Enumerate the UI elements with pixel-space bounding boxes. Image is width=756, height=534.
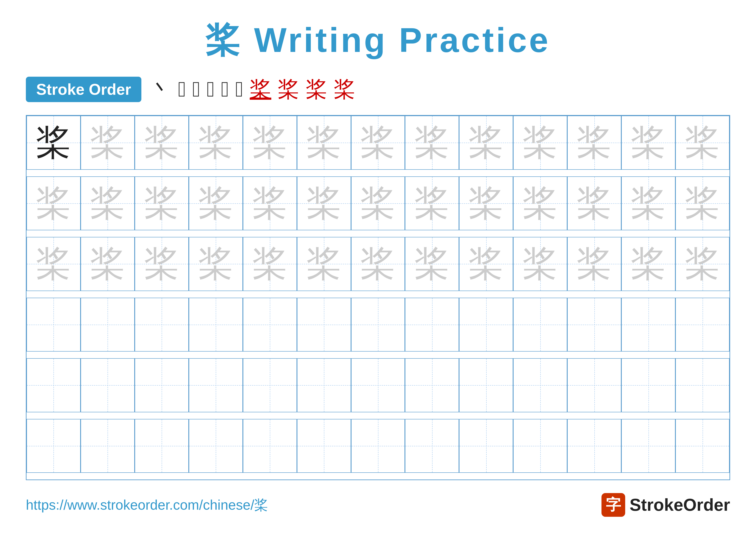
stroke-order-badge: Stroke Order (26, 77, 141, 102)
grid-cell[interactable] (189, 298, 243, 352)
grid-cell[interactable] (405, 358, 459, 412)
grid-cell[interactable]: 桨 (27, 116, 81, 170)
grid-cell[interactable]: 桨 (297, 237, 351, 291)
title-char: 桨 (205, 21, 242, 59)
grid-cell[interactable] (81, 358, 135, 412)
grid-cell[interactable]: 桨 (243, 116, 297, 170)
grid-cell[interactable]: 桨 (27, 176, 81, 231)
stroke-step-3: 𠃌 (192, 79, 201, 100)
grid-cell[interactable] (675, 419, 729, 473)
grid-cell[interactable] (621, 358, 675, 412)
grid-cell[interactable]: 桨 (243, 176, 297, 231)
grid-cell[interactable]: 桨 (621, 116, 675, 170)
grid-cell[interactable]: 桨 (621, 237, 675, 291)
grid-cell[interactable] (405, 298, 459, 352)
grid-cell[interactable]: 桨 (567, 176, 621, 231)
grid-cell[interactable]: 桨 (81, 176, 135, 231)
stroke-step-10: 桨 (334, 79, 355, 100)
grid-cell[interactable] (81, 298, 135, 352)
grid-cell[interactable]: 桨 (135, 116, 189, 170)
grid-cell[interactable]: 桨 (621, 176, 675, 231)
grid-cell[interactable] (243, 358, 297, 412)
grid-cell[interactable] (621, 298, 675, 352)
grid-cell[interactable]: 桨 (189, 237, 243, 291)
stroke-step-4: 𠄌 (207, 79, 215, 100)
grid-cell[interactable]: 桨 (567, 237, 621, 291)
grid-cell[interactable] (675, 358, 729, 412)
grid-cell[interactable] (27, 419, 81, 473)
grid-cell[interactable]: 桨 (513, 176, 567, 231)
stroke-step-2: 𠃋 (178, 79, 186, 100)
grid-cell[interactable] (459, 419, 513, 473)
grid-cell[interactable] (189, 358, 243, 412)
logo-text: StrokeOrder (630, 495, 730, 515)
grid-cell[interactable]: 桨 (675, 116, 729, 170)
grid-cell[interactable] (135, 419, 189, 473)
grid-cell[interactable]: 桨 (297, 116, 351, 170)
grid-cell[interactable] (135, 298, 189, 352)
footer-logo: 字 StrokeOrder (602, 493, 730, 517)
grid-cell[interactable]: 桨 (135, 176, 189, 231)
grid-cell[interactable]: 桨 (243, 237, 297, 291)
grid-cell[interactable]: 桨 (297, 176, 351, 231)
grid-cell[interactable]: 桨 (567, 116, 621, 170)
grid-cell[interactable] (297, 419, 351, 473)
title-suffix: Writing Practice (242, 21, 551, 59)
stroke-order-row: Stroke Order 丶 𠃋 𠃌 𠄌 𠄍 𠄎 桨 桨 桨 桨 (26, 77, 730, 102)
stroke-step-6: 𠄎 (235, 79, 243, 100)
grid-cell[interactable] (297, 358, 351, 412)
stroke-step-8: 桨 (278, 79, 299, 100)
stroke-step-1: 丶 (150, 79, 172, 100)
grid-cell[interactable] (189, 419, 243, 473)
grid-cell[interactable]: 桨 (459, 237, 513, 291)
grid-cell[interactable] (27, 298, 81, 352)
grid-cell[interactable] (567, 419, 621, 473)
grid-cell[interactable] (459, 358, 513, 412)
grid-cell[interactable]: 桨 (351, 237, 405, 291)
grid-cell[interactable]: 桨 (189, 176, 243, 231)
grid-cell[interactable]: 桨 (81, 237, 135, 291)
grid-cell[interactable] (513, 358, 567, 412)
stroke-step-7: 桨 (250, 79, 271, 100)
grid-cell[interactable]: 桨 (81, 116, 135, 170)
grid-cell[interactable] (513, 419, 567, 473)
grid-cell[interactable]: 桨 (459, 176, 513, 231)
grid-cell[interactable] (351, 358, 405, 412)
grid-cell[interactable] (351, 298, 405, 352)
grid-cell[interactable] (81, 419, 135, 473)
grid-cell[interactable]: 桨 (351, 176, 405, 231)
grid-cell[interactable]: 桨 (189, 116, 243, 170)
grid-cell[interactable]: 桨 (513, 116, 567, 170)
grid-cell[interactable] (675, 298, 729, 352)
grid-cell[interactable] (567, 358, 621, 412)
writing-grid: 桨桨桨桨桨桨桨桨桨桨桨桨桨桨桨桨桨桨桨桨桨桨桨桨桨桨桨桨桨桨桨桨桨桨桨桨桨桨桨 (26, 115, 730, 480)
logo-icon: 字 (602, 493, 625, 517)
grid-cell[interactable]: 桨 (351, 116, 405, 170)
grid-cell[interactable]: 桨 (405, 176, 459, 231)
grid-cell[interactable] (243, 298, 297, 352)
stroke-sequence: 丶 𠃋 𠃌 𠄌 𠄍 𠄎 桨 桨 桨 桨 (150, 79, 355, 100)
grid-cell[interactable] (567, 298, 621, 352)
grid-cell[interactable] (27, 358, 81, 412)
grid-cell[interactable]: 桨 (513, 237, 567, 291)
grid-cell[interactable]: 桨 (675, 176, 729, 231)
grid-cell[interactable] (297, 298, 351, 352)
footer-url: https://www.strokeorder.com/chinese/桨 (26, 496, 268, 514)
grid-cell[interactable] (135, 358, 189, 412)
grid-cell[interactable]: 桨 (27, 237, 81, 291)
stroke-step-5: 𠄍 (221, 79, 229, 100)
page: 桨 Writing Practice Stroke Order 丶 𠃋 𠃌 𠄌 … (0, 0, 756, 534)
grid-cell[interactable]: 桨 (135, 237, 189, 291)
grid-cell[interactable]: 桨 (675, 237, 729, 291)
footer: https://www.strokeorder.com/chinese/桨 字 … (26, 493, 730, 517)
grid-cell[interactable] (513, 298, 567, 352)
grid-cell[interactable] (243, 419, 297, 473)
grid-cell[interactable]: 桨 (405, 237, 459, 291)
grid-cell[interactable]: 桨 (405, 116, 459, 170)
stroke-step-9: 桨 (306, 79, 327, 100)
grid-cell[interactable]: 桨 (459, 116, 513, 170)
grid-cell[interactable] (351, 419, 405, 473)
grid-cell[interactable] (621, 419, 675, 473)
grid-cell[interactable] (459, 298, 513, 352)
grid-cell[interactable] (405, 419, 459, 473)
